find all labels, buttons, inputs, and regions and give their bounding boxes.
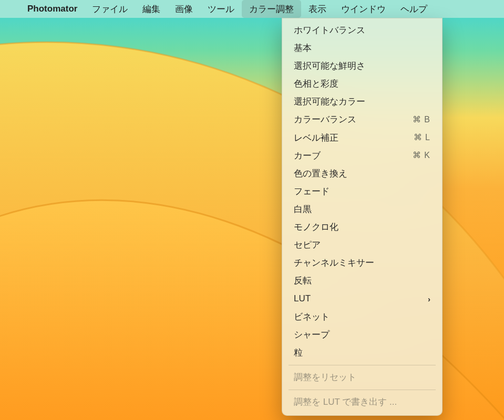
shortcut: ⌘ K xyxy=(413,150,430,161)
mi-color-balance[interactable]: カラーバランス⌘ B xyxy=(282,111,442,129)
mi-label: 反転 xyxy=(294,275,312,287)
mi-label: ホワイトバランス xyxy=(294,25,365,36)
mi-label: 色の置き換え xyxy=(294,168,347,180)
mi-grain[interactable]: 粒 xyxy=(282,344,442,362)
shortcut: ⌘ B xyxy=(413,114,430,125)
mi-selective-color[interactable]: 選択可能なカラー xyxy=(282,93,442,111)
mi-label: 調整を LUT で書き出す ... xyxy=(294,396,397,408)
menu-window[interactable]: ウインドウ xyxy=(334,0,393,18)
mi-label: ビネット xyxy=(294,311,330,323)
menu-color-adjustments[interactable]: カラー調整 xyxy=(242,0,301,18)
menu-view[interactable]: 表示 xyxy=(301,0,334,18)
menu-edit[interactable]: 編集 xyxy=(135,0,168,18)
mi-label: 色相と彩度 xyxy=(294,78,338,90)
mi-label: 選択可能な鮮明さ xyxy=(294,60,365,72)
mi-sharpen[interactable]: シャープ xyxy=(282,326,442,344)
mi-levels[interactable]: レベル補正⌘ L xyxy=(282,129,442,147)
mi-invert[interactable]: 反転 xyxy=(282,272,442,290)
mi-label: 基本 xyxy=(294,43,312,54)
mi-hue-saturation[interactable]: 色相と彩度 xyxy=(282,75,442,93)
mi-channel-mixer[interactable]: チャンネルミキサー xyxy=(282,254,442,272)
mi-curves[interactable]: カーブ⌘ K xyxy=(282,147,442,165)
mi-vignette[interactable]: ビネット xyxy=(282,308,442,326)
mi-label: 白黒 xyxy=(294,204,312,215)
mi-reset-adjustments: 調整をリセット xyxy=(282,369,442,386)
mi-label: 調整をリセット xyxy=(294,372,356,383)
shortcut: ⌘ L xyxy=(414,132,430,143)
mi-fade[interactable]: フェード xyxy=(282,183,442,201)
separator xyxy=(289,390,436,390)
separator xyxy=(289,365,436,365)
mi-label: レベル補正 xyxy=(294,132,338,144)
mi-replace-color[interactable]: 色の置き換え xyxy=(282,165,442,183)
chevron-right-icon: › xyxy=(428,294,430,304)
menu-app[interactable]: Photomator xyxy=(20,0,85,18)
mi-label: シャープ xyxy=(294,329,330,341)
mi-label: モノクロ化 xyxy=(294,222,338,233)
menu-image[interactable]: 画像 xyxy=(168,0,200,18)
dropdown-color-adjustments: ホワイトバランス 基本 選択可能な鮮明さ 色相と彩度 選択可能なカラー カラーバ… xyxy=(282,18,443,416)
mi-label: フェード xyxy=(294,186,330,197)
mi-basic[interactable]: 基本 xyxy=(282,39,442,57)
mi-export-lut: 調整を LUT で書き出す ... xyxy=(282,393,442,411)
mi-white-balance[interactable]: ホワイトバランス xyxy=(282,22,442,39)
mi-label: セピア xyxy=(294,239,321,251)
mi-lut[interactable]: LUT› xyxy=(282,290,442,308)
menu-help[interactable]: ヘルプ xyxy=(393,0,435,18)
mi-label: 粒 xyxy=(294,347,303,359)
mi-label: カーブ xyxy=(294,150,321,162)
mi-label: チャンネルミキサー xyxy=(294,257,374,269)
mi-monochrome[interactable]: モノクロ化 xyxy=(282,218,442,236)
mi-label: LUT xyxy=(294,293,311,304)
menu-file[interactable]: ファイル xyxy=(85,0,135,18)
mi-selective-clarity[interactable]: 選択可能な鮮明さ xyxy=(282,57,442,75)
mi-label: カラーバランス xyxy=(294,114,356,125)
mi-sepia[interactable]: セピア xyxy=(282,236,442,254)
mi-label: 選択可能なカラー xyxy=(294,96,365,108)
menubar: Photomator ファイル 編集 画像 ツール カラー調整 表示 ウインドウ… xyxy=(0,0,504,18)
menu-tools[interactable]: ツール xyxy=(200,0,242,18)
mi-black-white[interactable]: 白黒 xyxy=(282,201,442,218)
